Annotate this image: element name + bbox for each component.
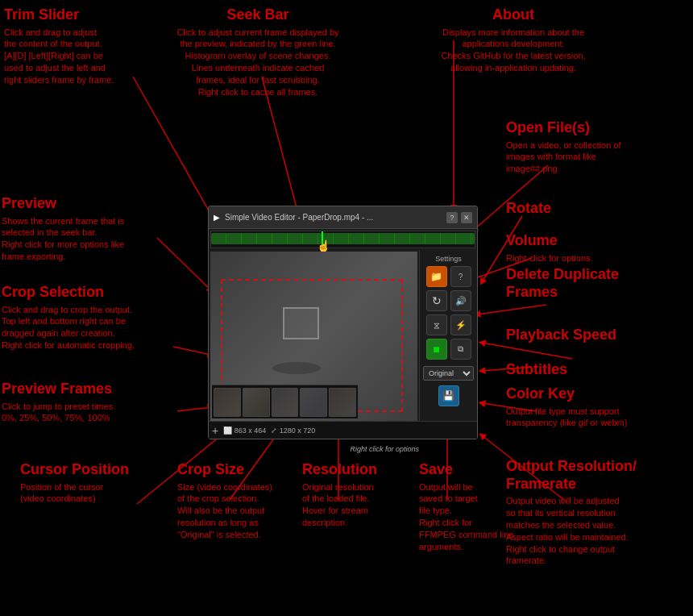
delete-dup-button[interactable]: ⧖ — [426, 314, 447, 335]
seek-bar-desc: Click to adjust current frame displayed … — [150, 27, 366, 98]
preview-frame-0[interactable] — [214, 388, 241, 417]
close-button[interactable]: ✕ — [461, 212, 472, 223]
color-key-desc: Output file type must supporttransparenc… — [506, 406, 690, 430]
crop-coords-display: ⬜ 863 x 464 — [223, 427, 266, 435]
speed-button[interactable]: ⚡ — [450, 314, 471, 335]
seek-bar[interactable]: ☝ — [210, 231, 475, 248]
save-desc: Output will besaved to targetfile type.R… — [419, 481, 516, 553]
crop-selection-desc: Click and drag to crop the output.Top le… — [2, 304, 185, 352]
output-resolution-title: Output Resolution/Framerate — [506, 458, 690, 493]
window-title: Simple Video Editor - PaperDrop.mp4 - ..… — [225, 213, 446, 222]
svg-line-13 — [177, 407, 211, 411]
resolution-desc: Original resolutionof the loaded file.Ho… — [302, 481, 421, 529]
about-annotation: About Displays more information about th… — [421, 6, 606, 74]
resolution-display: ⤢ 1280 x 720 — [271, 427, 315, 435]
open-files-desc: Open a video, or collection ofimages wit… — [506, 139, 690, 176]
title-bar: ▶ Simple Video Editor - PaperDrop.mp4 - … — [209, 206, 477, 229]
resolution-annotation: Resolution Original resolutionof the loa… — [302, 461, 421, 529]
crop-size-annotation: Crop Size Size (video coordinates)of the… — [177, 461, 302, 541]
trim-slider-annotation: Trim Slider Click and drag to adjustthe … — [4, 6, 169, 86]
app-window: ▶ Simple Video Editor - PaperDrop.mp4 - … — [208, 206, 478, 439]
resolution-title: Resolution — [302, 461, 421, 479]
rotate-annotation: Rotate — [506, 200, 587, 218]
about-title: About — [421, 6, 606, 24]
trim-slider-title: Trim Slider — [4, 6, 169, 24]
preview-frames-title: Preview Frames — [2, 381, 181, 398]
about-desc: Displays more information about theappli… — [421, 27, 606, 74]
save-annotation: Save Output will besaved to targetfile t… — [419, 461, 516, 553]
rotate-button[interactable]: ↻ — [426, 290, 447, 311]
cursor-position-annotation: Cursor Position Position of the cursor(v… — [20, 461, 181, 505]
subtitles-title: Subtitles — [506, 361, 611, 379]
resolution-dropdown-area: Original 1080p 720p 480p — [423, 364, 474, 381]
svg-line-6 — [477, 305, 546, 314]
settings-label: Settings — [423, 253, 474, 264]
preview-frames-annotation: Preview Frames Click to jump to preset t… — [2, 381, 181, 424]
save-button[interactable]: 💾 — [438, 385, 459, 406]
color-key-annotation: Color Key Output file type must supportt… — [506, 385, 690, 429]
seek-bar-title: Seek Bar — [150, 6, 366, 24]
icon-row-4: ■ ⧉ — [423, 339, 474, 360]
preview-frames-desc: Click to jump to preset times.0%, 25%, 5… — [2, 401, 181, 425]
bottom-bar: + ⬜ 863 x 464 ⤢ 1280 x 720 — [209, 421, 477, 439]
volume-annotation: Volume Right click for options. — [506, 232, 659, 264]
icon-row-2: ↻ 🔊 — [423, 290, 474, 311]
add-button[interactable]: + — [212, 424, 218, 437]
crop-selection-title: Crop Selection — [2, 284, 185, 302]
volume-title: Volume — [506, 232, 659, 250]
preview-frame-50[interactable] — [272, 388, 299, 417]
playback-speed-title: Playback Speed — [506, 327, 667, 344]
right-panel: Settings 📁 ? ↻ 🔊 ⧖ ⚡ ■ ⧉ — [419, 250, 477, 438]
seek-bar-annotation: Seek Bar Click to adjust current frame d… — [150, 6, 366, 98]
open-file-button[interactable]: 📁 — [426, 266, 447, 287]
crop-size-title: Crop Size — [177, 461, 302, 479]
help-button[interactable]: ? — [446, 212, 458, 223]
cursor-hand: ☝ — [317, 239, 330, 252]
video-preview[interactable] — [210, 252, 417, 436]
preview-frame-100[interactable] — [329, 388, 356, 417]
subtitles-button[interactable]: ⧉ — [450, 339, 471, 360]
save-title: Save — [419, 461, 516, 479]
preview-frame-25[interactable] — [243, 388, 270, 417]
seek-overlay — [211, 233, 475, 244]
delete-duplicate-title: Delete DuplicateFrames — [506, 266, 691, 301]
volume-desc: Right click for options. — [506, 252, 659, 264]
crop-selection-annotation: Crop Selection Click and drag to crop th… — [2, 284, 185, 352]
right-click-label: Right click for options — [350, 445, 419, 453]
output-resolution-desc: Output video will be adjustedso that its… — [506, 495, 690, 567]
open-files-title: Open File(s) — [506, 119, 690, 137]
box-object — [283, 307, 319, 339]
color-key-title: Color Key — [506, 385, 690, 403]
cursor-position-title: Cursor Position — [20, 461, 181, 479]
delete-duplicate-annotation: Delete DuplicateFrames — [506, 266, 691, 301]
rotate-title: Rotate — [506, 200, 587, 218]
playback-speed-annotation: Playback Speed — [506, 327, 667, 344]
preview-title: Preview — [2, 195, 175, 213]
preview-annotation: Preview Shows the current frame that iss… — [2, 195, 175, 263]
subtitles-annotation: Subtitles — [506, 361, 611, 379]
cursor-position-desc: Position of the cursor(video coordinates… — [20, 481, 181, 506]
color-key-button[interactable]: ■ — [426, 339, 447, 360]
crop-size-desc: Size (video coordinates)of the crop sele… — [177, 481, 302, 541]
icon-row-3: ⧖ ⚡ — [423, 314, 474, 335]
main-content: Settings 📁 ? ↻ 🔊 ⧖ ⚡ ■ ⧉ — [209, 250, 477, 438]
question-button[interactable]: ? — [450, 266, 471, 287]
icon-row-1: 📁 ? — [423, 266, 474, 287]
output-resolution-annotation: Output Resolution/Framerate Output video… — [506, 458, 690, 567]
resolution-dropdown[interactable]: Original 1080p 720p 480p — [423, 366, 474, 381]
play-button[interactable]: ▶ — [214, 213, 220, 222]
preview-strip — [212, 385, 358, 418]
preview-frame-75[interactable] — [300, 388, 327, 417]
preview-desc: Shows the current frame that isselected … — [2, 215, 175, 263]
trim-slider-desc: Click and drag to adjustthe content of t… — [4, 27, 169, 86]
volume-button[interactable]: 🔊 — [450, 290, 471, 311]
svg-line-7 — [482, 343, 572, 359]
open-files-annotation: Open File(s) Open a video, or collection… — [506, 119, 690, 175]
